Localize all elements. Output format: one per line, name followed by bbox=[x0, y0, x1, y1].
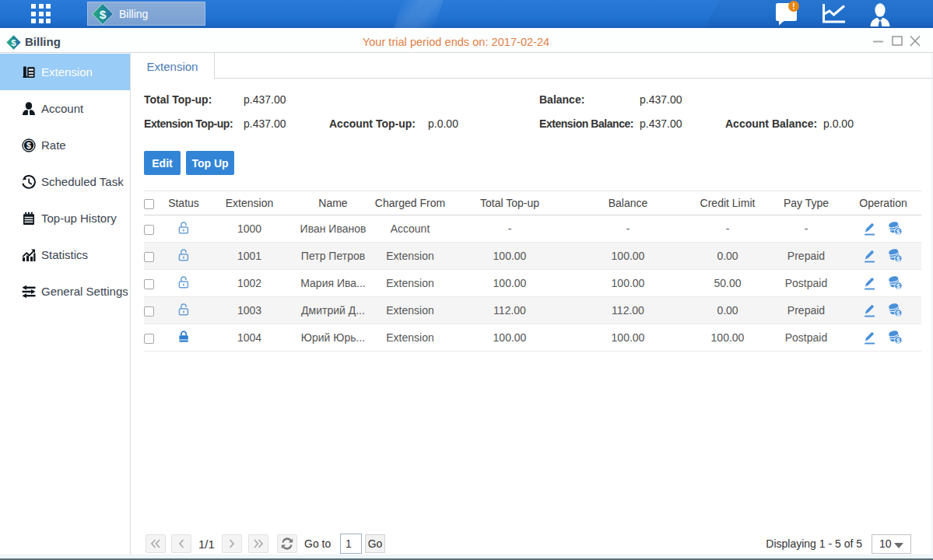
svg-text:!: ! bbox=[792, 2, 794, 11]
svg-text:$: $ bbox=[26, 141, 31, 150]
svg-text:$: $ bbox=[100, 7, 107, 20]
